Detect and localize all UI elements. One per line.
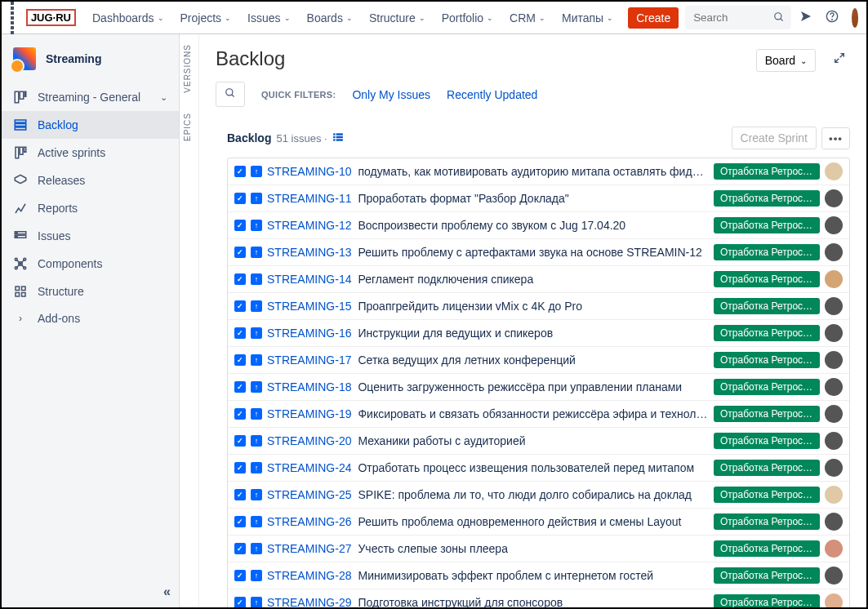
assignee-avatar[interactable] [825, 486, 843, 504]
issue-epic-label[interactable]: Отработка Ретросп... [714, 217, 820, 233]
collapse-sidebar-button[interactable]: « [2, 576, 179, 607]
issue-key[interactable]: STREAMING-19 [267, 407, 351, 420]
issue-key[interactable]: STREAMING-18 [267, 380, 351, 393]
assignee-avatar[interactable] [825, 540, 843, 558]
assignee-avatar[interactable] [825, 459, 843, 477]
assignee-avatar[interactable] [825, 162, 843, 180]
issue-key[interactable]: STREAMING-25 [267, 488, 351, 501]
assignee-avatar[interactable] [825, 593, 843, 607]
assignee-avatar[interactable] [825, 297, 843, 315]
sidebar-item-components[interactable]: Components [2, 250, 179, 278]
board-dropdown[interactable]: Board ⌄ [756, 49, 816, 72]
issue-row[interactable]: ↑STREAMING-16Инструкции для ведущих и сп… [228, 320, 849, 347]
issue-epic-label[interactable]: Отработка Ретросп... [714, 567, 820, 584]
user-avatar[interactable] [852, 8, 858, 28]
more-actions-button[interactable]: ••• [821, 127, 850, 149]
issue-epic-label[interactable]: Отработка Ретросп... [714, 487, 820, 503]
issue-row[interactable]: ↑STREAMING-25SPIKE: проблема ли то, что … [228, 482, 849, 509]
nav-dashboards[interactable]: Dashboards⌄ [86, 11, 171, 24]
tab-epics[interactable]: EPICS [180, 103, 195, 151]
help-icon[interactable] [826, 10, 839, 25]
switch-view-icon[interactable] [332, 131, 344, 145]
issue-epic-label[interactable]: Отработка Ретросп... [714, 163, 820, 180]
issue-epic-label[interactable]: Отработка Ретросп... [714, 433, 820, 449]
issue-epic-label[interactable]: Отработка Ретросп... [714, 244, 820, 260]
assignee-avatar[interactable] [825, 189, 843, 207]
issue-key[interactable]: STREAMING-13 [267, 246, 351, 259]
issue-row[interactable]: ↑STREAMING-18Оценить загруженность режис… [228, 374, 849, 401]
nav-structure[interactable]: Structure⌄ [363, 11, 432, 24]
issue-key[interactable]: STREAMING-11 [267, 192, 351, 205]
issue-row[interactable]: ↑STREAMING-26Решить проблема одновременн… [228, 509, 849, 536]
issue-row[interactable]: ↑STREAMING-24Отработать процесс извещени… [228, 455, 849, 482]
nav-crm[interactable]: CRM⌄ [503, 11, 552, 24]
issue-epic-label[interactable]: Отработка Ретросп... [714, 540, 820, 557]
issue-row[interactable]: ↑STREAMING-20Механики работы с аудиторие… [228, 428, 849, 455]
assignee-avatar[interactable] [825, 513, 843, 531]
assignee-avatar[interactable] [825, 351, 843, 369]
sidebar-item-sprints[interactable]: Active sprints [2, 139, 179, 167]
nav-projects[interactable]: Projects⌄ [174, 11, 238, 24]
create-sprint-button[interactable]: Create Sprint [732, 127, 817, 149]
fullscreen-button[interactable] [829, 47, 850, 71]
issue-key[interactable]: STREAMING-20 [267, 434, 351, 447]
issue-epic-label[interactable]: Отработка Ретросп... [714, 513, 820, 530]
assignee-avatar[interactable] [825, 432, 843, 450]
issue-row[interactable]: ↑STREAMING-10подумать, как мотивировать … [228, 158, 849, 185]
issue-row[interactable]: ↑STREAMING-17Сетка ведущих для летних ко… [228, 347, 849, 374]
issue-epic-label[interactable]: Отработка Ретросп... [714, 379, 820, 395]
sidebar-item-issues[interactable]: Issues [2, 222, 179, 250]
issue-epic-label[interactable]: Отработка Ретросп... [714, 460, 820, 476]
logo[interactable]: JUG·RU [26, 9, 76, 26]
assignee-avatar[interactable] [825, 324, 843, 342]
issue-epic-label[interactable]: Отработка Ретросп... [714, 325, 820, 341]
nav-митапы[interactable]: Митапы⌄ [555, 11, 620, 24]
issue-row[interactable]: ↑STREAMING-29Подготовка инструкций для с… [228, 589, 849, 607]
nav-issues[interactable]: Issues⌄ [241, 11, 296, 24]
sidebar-item-releases[interactable]: Releases [2, 167, 179, 194]
sidebar-item-backlog[interactable]: Backlog [2, 111, 179, 139]
notifications-icon[interactable] [799, 10, 812, 25]
project-header[interactable]: Streaming [2, 34, 179, 83]
issue-key[interactable]: STREAMING-14 [267, 273, 351, 286]
issue-row[interactable]: ↑STREAMING-13Решить проблему с артефакта… [228, 239, 849, 266]
issue-epic-label[interactable]: Отработка Ретросп... [714, 352, 820, 368]
issue-epic-label[interactable]: Отработка Ретросп... [714, 190, 820, 207]
filter-recently-updated[interactable]: Recently Updated [447, 88, 537, 101]
filter-search-button[interactable] [216, 82, 245, 107]
issue-key[interactable]: STREAMING-28 [267, 569, 351, 582]
assignee-avatar[interactable] [825, 270, 843, 288]
issue-row[interactable]: ↑STREAMING-14Регламент подключения спике… [228, 266, 849, 293]
create-button[interactable]: Create [628, 7, 679, 29]
issue-key[interactable]: STREAMING-24 [267, 461, 351, 474]
assignee-avatar[interactable] [825, 243, 843, 261]
tab-versions[interactable]: VERSIONS [180, 34, 195, 103]
filter-only-my-issues[interactable]: Only My Issues [352, 88, 430, 101]
issue-key[interactable]: STREAMING-29 [267, 596, 351, 607]
issue-epic-label[interactable]: Отработка Ретросп... [714, 594, 820, 607]
sidebar-item-addons[interactable]: ›Add-ons [2, 305, 179, 331]
assignee-avatar[interactable] [825, 378, 843, 396]
issue-key[interactable]: STREAMING-12 [267, 219, 351, 232]
nav-portfolio[interactable]: Portfolio⌄ [435, 11, 500, 24]
issue-row[interactable]: ↑STREAMING-11Проработать формат "Разбор … [228, 185, 849, 212]
nav-boards[interactable]: Boards⌄ [300, 11, 359, 24]
issue-row[interactable]: ↑STREAMING-19Фиксировать и связать обяза… [228, 401, 849, 428]
issue-key[interactable]: STREAMING-27 [267, 542, 351, 555]
board-selector[interactable]: Streaming - General ⌄ [2, 83, 179, 111]
issue-key[interactable]: STREAMING-16 [267, 327, 351, 340]
issue-row[interactable]: ↑STREAMING-27Учесть слепые зоны плеераОт… [228, 536, 849, 562]
assignee-avatar[interactable] [825, 567, 843, 585]
sidebar-item-reports[interactable]: Reports [2, 194, 179, 222]
issue-key[interactable]: STREAMING-10 [267, 165, 351, 178]
issue-key[interactable]: STREAMING-26 [267, 515, 351, 528]
assignee-avatar[interactable] [825, 216, 843, 234]
issue-row[interactable]: ↑STREAMING-15Проапгрейдить лицензии vMix… [228, 293, 849, 320]
sidebar-item-structure[interactable]: Structure [2, 278, 179, 305]
issue-epic-label[interactable]: Отработка Ретросп... [714, 271, 820, 287]
issue-row[interactable]: ↑STREAMING-12Воспроизвести проблему со з… [228, 212, 849, 239]
issue-epic-label[interactable]: Отработка Ретросп... [714, 406, 820, 422]
issue-key[interactable]: STREAMING-15 [267, 300, 351, 313]
assignee-avatar[interactable] [825, 405, 843, 423]
issue-row[interactable]: ↑STREAMING-28Минимизировать эффект пробл… [228, 562, 849, 589]
